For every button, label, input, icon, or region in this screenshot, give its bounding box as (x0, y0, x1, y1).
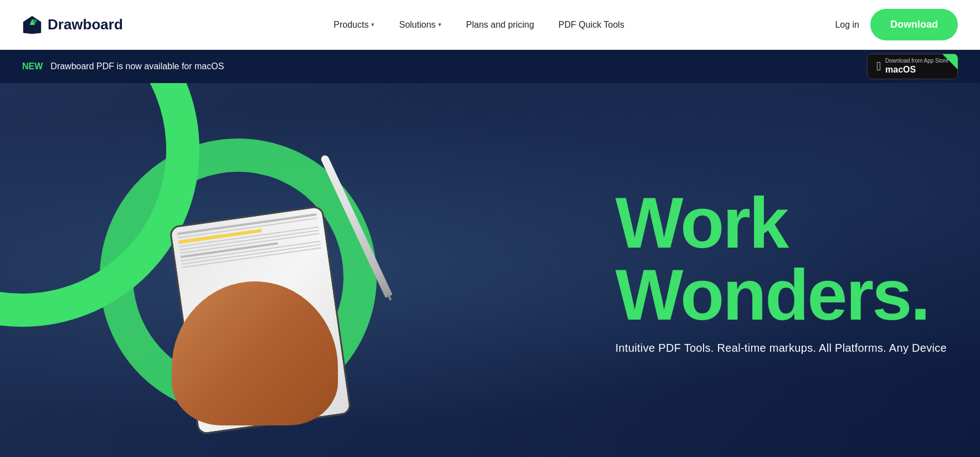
app-store-large-text: macOS (885, 64, 948, 75)
hero-headline: Work Wonders. (615, 186, 947, 330)
logo-link[interactable]: Drawboard (22, 15, 123, 35)
nav-plans[interactable]: Plans and pricing (456, 16, 544, 34)
nav-links: Products ▾ Solutions ▾ Plans and pricing… (123, 16, 835, 34)
navbar: Drawboard Products ▾ Solutions ▾ Plans a… (0, 0, 980, 50)
hero-content: Work Wonders. Intuitive PDF Tools. Real-… (615, 186, 947, 354)
tablet-line-2 (178, 217, 317, 238)
announcement-content: NEW Drawboard PDF is now available for m… (22, 61, 224, 71)
brand-name: Drawboard (48, 16, 123, 33)
hero-subtext: Intuitive PDF Tools. Real-time markups. … (615, 341, 947, 354)
nav-actions: Log in Download (835, 9, 958, 40)
announcement-message: Drawboard PDF is now available for macOS (50, 61, 224, 71)
nav-products[interactable]: Products ▾ (324, 16, 384, 34)
login-button[interactable]: Log in (835, 20, 859, 30)
nav-solutions[interactable]: Solutions ▾ (389, 16, 451, 34)
hero-headline-line1: Work (615, 186, 947, 258)
app-store-badge-wrapper[interactable]:  Download from App Store macOS (867, 54, 958, 79)
hero-hand-area (33, 83, 432, 457)
nav-pdf-tools[interactable]: PDF Quick Tools (548, 16, 634, 34)
app-store-badge[interactable]:  Download from App Store macOS (867, 54, 958, 79)
new-badge: NEW (22, 61, 43, 71)
plans-label: Plans and pricing (466, 20, 534, 30)
app-store-small-text: Download from App Store (885, 58, 948, 64)
hero-section: Work Wonders. Intuitive PDF Tools. Real-… (0, 83, 980, 457)
drawboard-logo-icon (22, 15, 42, 35)
announcement-banner: NEW Drawboard PDF is now available for m… (0, 50, 980, 83)
badge-text-wrapper: Download from App Store macOS (885, 58, 948, 75)
hero-headline-line2: Wonders. (615, 258, 947, 330)
products-label: Products (333, 20, 368, 30)
products-chevron-icon: ▾ (371, 21, 374, 28)
apple-icon:  (876, 59, 881, 74)
pdf-tools-label: PDF Quick Tools (558, 20, 624, 30)
hero-tablet-simulation (155, 137, 366, 425)
download-button[interactable]: Download (870, 9, 958, 40)
solutions-label: Solutions (399, 20, 435, 30)
solutions-chevron-icon: ▾ (438, 21, 442, 28)
